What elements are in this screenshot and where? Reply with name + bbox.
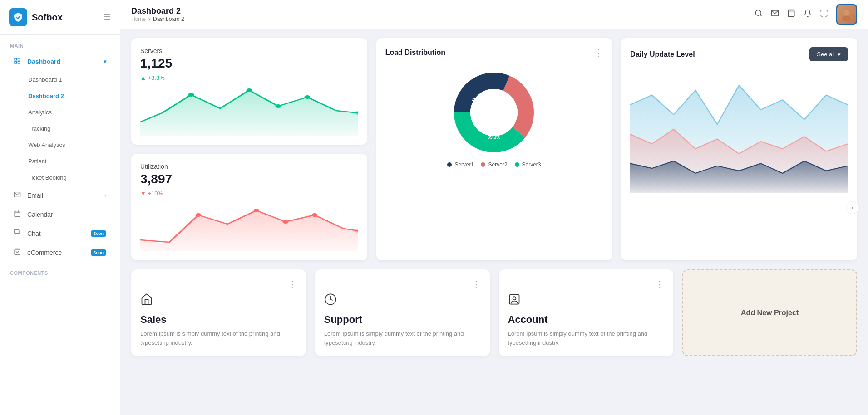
dashboard-submenu: Dashboard 1 Dashboard 2 Analytics Tracki…	[0, 71, 120, 186]
sidebar-item-calendar-label: Calendar	[27, 211, 53, 218]
svg-rect-0	[15, 58, 17, 60]
support-more-area: ⋮	[324, 278, 481, 289]
svg-rect-5	[15, 211, 20, 217]
server3-label: Server3	[522, 161, 541, 168]
avatar-wrapper[interactable]	[836, 4, 857, 25]
breadcrumb-home[interactable]: Home	[131, 16, 146, 22]
app-name: Sofbox	[32, 12, 63, 23]
main-content: Dashboard 2 Home › Dashboard 2	[120, 0, 868, 415]
sidebar-item-chat[interactable]: Chat Soon	[4, 225, 116, 243]
sidebar-item-ticket-booking[interactable]: Ticket Booking	[18, 170, 116, 186]
sidebar-item-patient[interactable]: Patient	[18, 153, 116, 169]
load-distribution-more-btn[interactable]: ⋮	[594, 47, 603, 58]
add-project-label: Add New Project	[741, 309, 799, 317]
utilization-change: ▼ +10%	[140, 190, 358, 197]
daily-update-title: Daily Update Level	[630, 50, 695, 59]
sidebar-item-ecommerce-label: eCommerce	[27, 249, 62, 256]
account-icon	[508, 293, 665, 308]
servers-title: Servers	[140, 47, 358, 54]
sidebar-item-tracking-label: Tracking	[28, 125, 50, 132]
add-project-card[interactable]: Add New Project	[682, 269, 857, 356]
daily-update-card: Daily Update Level See all ▾	[621, 38, 857, 260]
logo-icon	[9, 8, 27, 26]
svg-point-14	[246, 88, 252, 92]
chat-icon	[14, 229, 23, 238]
cart-button[interactable]	[787, 9, 795, 20]
breadcrumb-current: Dashboard 2	[153, 16, 184, 22]
sidebar-item-analytics[interactable]: Analytics	[18, 104, 116, 120]
sidebar-item-web-analytics[interactable]: Web Analytics	[18, 137, 116, 153]
svg-point-20	[282, 220, 288, 224]
sidebar-item-calendar[interactable]: Calendar	[4, 205, 116, 224]
servers-value: 1,125	[140, 56, 358, 71]
server1-dot	[447, 162, 452, 167]
donut-chart: 31.4% 29.3% 39.3%	[449, 67, 539, 158]
topbar-icons	[755, 4, 857, 25]
sidebar-item-tracking[interactable]: Tracking	[18, 121, 116, 137]
server1-label: Server1	[454, 161, 473, 168]
sales-card: ⋮ Sales Lorem Ipsum is simply dummy text…	[131, 269, 306, 356]
sidebar-item-dashboard1[interactable]: Dashboard 1	[18, 72, 116, 88]
daily-update-header: Daily Update Level See all ▾	[630, 47, 848, 61]
servers-line-chart	[140, 81, 358, 136]
svg-point-8	[755, 10, 761, 15]
search-button[interactable]	[755, 9, 763, 20]
topbar: Dashboard 2 Home › Dashboard 2	[120, 0, 868, 29]
mail-button[interactable]	[771, 9, 779, 20]
svg-text:31.4%: 31.4%	[501, 103, 514, 108]
svg-point-33	[513, 297, 516, 300]
svg-point-21	[311, 213, 317, 217]
left-metrics-col: Servers 1,125 ▲ +3.3%	[131, 38, 367, 260]
sidebar-item-email[interactable]: Email ›	[4, 186, 116, 205]
chart-row-top: Servers 1,125 ▲ +3.3%	[131, 38, 857, 260]
see-all-button[interactable]: See all ▾	[809, 47, 848, 61]
fullscreen-button[interactable]	[820, 9, 828, 20]
topbar-title-area: Dashboard 2 Home › Dashboard 2	[131, 6, 747, 22]
sidebar-logo: Sofbox ☰	[0, 0, 120, 35]
server3-dot	[515, 162, 519, 167]
sidebar-item-dashboard1-label: Dashboard 1	[28, 76, 62, 83]
arrow-right-icon: ›	[104, 192, 106, 199]
load-distribution-header: Load Distribution ⋮	[385, 47, 603, 58]
support-more-btn[interactable]: ⋮	[472, 278, 481, 289]
sidebar-item-ecommerce[interactable]: eCommerce Soon	[4, 244, 116, 262]
svg-point-16	[304, 95, 310, 99]
account-card: ⋮ Account Lorem Ipsum is simply dummy te…	[499, 269, 674, 356]
svg-rect-3	[18, 61, 20, 63]
sidebar-item-dashboard2[interactable]: Dashboard 2	[18, 88, 116, 104]
sidebar-toggle-btn[interactable]: ☰	[104, 12, 111, 22]
see-all-label: See all	[817, 51, 835, 58]
sidebar-item-dashboard2-label: Dashboard 2	[28, 93, 64, 99]
support-title: Support	[324, 314, 481, 326]
svg-point-12	[842, 16, 852, 21]
donut-legend: Server1 Server2 Server3	[447, 161, 541, 168]
section-main-label: Main	[0, 35, 120, 52]
server2-dot	[481, 162, 485, 167]
right-panel-collapse-btn[interactable]: ‹	[846, 201, 859, 214]
donut-chart-container: 31.4% 29.3% 39.3% Server1 Server2	[385, 63, 603, 172]
up-arrow-icon: ▲	[140, 74, 146, 81]
server2-label: Server2	[488, 161, 507, 168]
svg-point-15	[275, 104, 281, 108]
sales-desc: Lorem Ipsum is simply dummy text of the …	[140, 329, 297, 347]
sidebar-item-dashboard[interactable]: Dashboard ▾	[4, 53, 116, 71]
chat-soon-badge: Soon	[91, 230, 107, 237]
bell-button[interactable]	[804, 9, 812, 20]
legend-server3: Server3	[515, 161, 541, 168]
sidebar-item-web-analytics-label: Web Analytics	[28, 142, 65, 148]
user-avatar[interactable]	[837, 5, 856, 24]
section-components-label: Components	[0, 262, 120, 279]
bottom-row: ⋮ Sales Lorem Ipsum is simply dummy text…	[131, 269, 857, 356]
account-desc: Lorem Ipsum is simply dummy text of the …	[508, 329, 665, 347]
servers-change-value: +3.3%	[148, 74, 165, 81]
daily-update-chart	[630, 66, 848, 193]
sales-more-btn[interactable]: ⋮	[288, 278, 297, 289]
account-title: Account	[508, 314, 665, 326]
account-more-btn[interactable]: ⋮	[655, 278, 664, 289]
load-distribution-card: Load Distribution ⋮	[376, 38, 612, 260]
ecommerce-icon	[14, 248, 23, 257]
utilization-value: 3,897	[140, 172, 358, 186]
calendar-icon	[14, 210, 23, 219]
breadcrumb-separator: ›	[148, 16, 150, 22]
sidebar-item-dashboard-label: Dashboard	[27, 58, 60, 65]
